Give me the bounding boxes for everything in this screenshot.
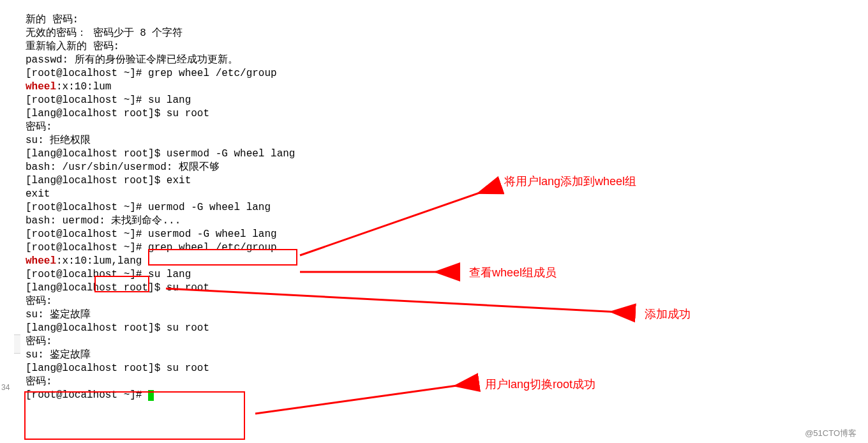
- watermark: @51CTO博客: [805, 428, 857, 439]
- annotation-4: 用户lang切换root成功: [485, 377, 595, 392]
- annotation-2: 查看wheel组成员: [469, 265, 557, 280]
- arrows: [0, 0, 868, 443]
- annotation-1: 将用户lang添加到wheel组: [504, 174, 636, 189]
- arrow-3: [166, 289, 632, 313]
- arrow-1: [300, 186, 498, 255]
- annotation-3: 添加成功: [645, 306, 691, 322]
- arrow-4: [255, 383, 475, 414]
